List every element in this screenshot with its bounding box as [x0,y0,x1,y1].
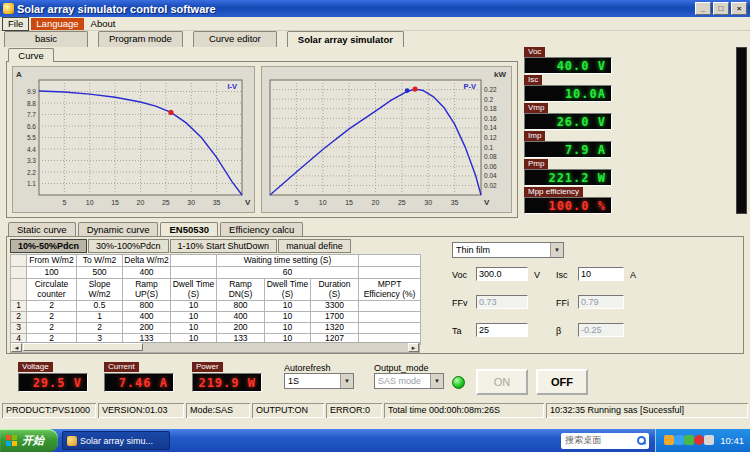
chevron-down-icon[interactable]: ▼ [340,374,353,388]
chevron-down-icon[interactable]: ▼ [430,374,443,388]
table-cell[interactable]: 2 [77,323,123,334]
on-button[interactable]: ON [476,369,528,395]
table-cell[interactable]: 200 [217,323,265,334]
table-cell[interactable] [359,301,421,312]
table-cell[interactable]: 1320 [311,323,359,334]
isc-param-input[interactable] [578,267,624,281]
table-cell[interactable]: 200 [123,323,171,334]
table-cell[interactable]: 10 [265,301,311,312]
table-cell[interactable]: 10 [265,312,311,323]
table-cell[interactable] [359,323,421,334]
table-cell[interactable]: 800 [123,301,171,312]
tray-icon[interactable] [694,435,704,445]
table-cell[interactable]: 10 [171,312,217,323]
search-icon[interactable] [636,435,647,446]
scrollbar-track[interactable] [22,343,408,352]
subtab-start-shutdown[interactable]: 1-10% Start ShutDown [170,239,278,253]
menu-about[interactable]: About [86,18,121,30]
pv-curve-chart: 51015202530350.020.040.060.080.10.120.14… [261,66,512,213]
tray-icon[interactable] [664,435,674,445]
isc-label: Isc [524,75,542,85]
imp-display: 7.9 A [524,141,612,158]
tray-icon[interactable] [684,435,694,445]
table-cell[interactable]: 3300 [311,301,359,312]
voc-param-input[interactable] [476,267,528,281]
tab-solar-array-simulator[interactable]: Solar array simulator [287,31,404,47]
autorefresh-value: 1S [285,376,340,386]
app-icon [67,436,77,446]
pv-type-dropdown[interactable]: Thin film ▼ [452,242,564,258]
table-cell[interactable]: 400 [123,312,171,323]
table-cell[interactable]: 10 [171,323,217,334]
table-cell[interactable]: 0.5 [77,301,123,312]
table-value-cell[interactable] [359,267,421,279]
power-label: Power [192,362,223,372]
menu-language[interactable]: Language [31,18,83,30]
off-button[interactable]: OFF [536,369,588,395]
table-cell[interactable]: 2 [27,312,77,323]
desktop-search-input[interactable]: 搜索桌面 [561,433,649,449]
table-header-cell [359,255,421,267]
tab-dynamic-curve[interactable]: Dynamic curve [78,222,159,237]
tab-efficiency-calcu[interactable]: Efficiency calcu [220,222,303,237]
subtab-30-100-pdcn[interactable]: 30%-100%Pdcn [88,239,169,253]
autorefresh-dropdown[interactable]: 1S ▼ [284,373,354,389]
svg-text:I-V: I-V [227,82,237,91]
close-button[interactable]: × [731,2,747,15]
ta-input[interactable] [476,323,528,337]
table-cell[interactable]: 2 [27,301,77,312]
menu-file[interactable]: File [2,17,29,31]
table-value-cell[interactable]: 400 [123,267,171,279]
svg-text:3.3: 3.3 [27,157,36,164]
tab-curve[interactable]: Curve [8,48,54,62]
table-cell[interactable]: 800 [217,301,265,312]
status-bar: PRODUCT:PVS1000 VERSION:01.03 Mode:SAS O… [0,402,750,419]
tray-icon[interactable] [704,435,714,445]
voc-label: Voc [524,47,545,57]
minimize-button[interactable]: _ [695,2,711,15]
tab-en50530[interactable]: EN50530 [160,222,218,237]
chevron-down-icon[interactable]: ▼ [550,243,563,257]
table-cell[interactable] [359,312,421,323]
table-value-cell[interactable]: 60 [217,267,359,279]
tab-program-mode[interactable]: Program mode [98,31,183,47]
output-mode-value: SAS mode [375,376,430,386]
table-cell[interactable]: 2 [27,323,77,334]
maximize-button[interactable]: □ [713,2,729,15]
tab-static-curve[interactable]: Static curve [8,222,76,237]
table-header-cell: Slope W/m2 [77,279,123,301]
table-cell[interactable]: 400 [217,312,265,323]
svg-text:5: 5 [294,199,298,206]
autorefresh-label: Autorefresh [284,363,331,373]
table-value-cell[interactable] [171,267,217,279]
scroll-right-arrow-icon[interactable]: ► [408,343,419,352]
svg-text:0.16: 0.16 [484,115,497,122]
vmp-display: 26.0 V [524,113,612,130]
start-button-label: 开始 [22,433,44,448]
tray-icon[interactable] [674,435,684,445]
taskbar-app-button[interactable]: Solar array simu... [62,431,170,450]
output-mode-dropdown[interactable]: SAS mode ▼ [374,373,444,389]
table-cell[interactable]: 10 [265,323,311,334]
subtab-manual-define[interactable]: manual define [278,239,351,253]
table-header-cell: MPPT Efficiency (%) [359,279,421,301]
tab-curve-editor[interactable]: Curve editor [193,31,277,47]
table-value-cell[interactable]: 500 [77,267,123,279]
ffi-input[interactable] [578,295,624,309]
table-cell[interactable]: 1 [77,312,123,323]
power-display: 219.9 W [192,373,262,392]
svg-text:0.08: 0.08 [484,153,497,160]
tab-basic[interactable]: basic [4,31,88,47]
scroll-left-arrow-icon[interactable]: ◄ [11,343,22,352]
table-cell[interactable]: 10 [171,301,217,312]
start-button[interactable]: 开始 [0,429,58,452]
table-cell[interactable]: 1700 [311,312,359,323]
svg-text:20: 20 [372,199,380,206]
table-value-cell[interactable]: 100 [27,267,77,279]
subtab-10-50-pdcn[interactable]: 10%-50%Pdcn [10,239,87,253]
menu-bar: File Language About [0,17,750,31]
beta-input[interactable] [578,323,624,337]
ffv-input[interactable] [476,295,528,309]
scrollbar-thumb[interactable] [23,343,143,351]
table-horizontal-scrollbar[interactable]: ◄ ► [10,342,420,353]
